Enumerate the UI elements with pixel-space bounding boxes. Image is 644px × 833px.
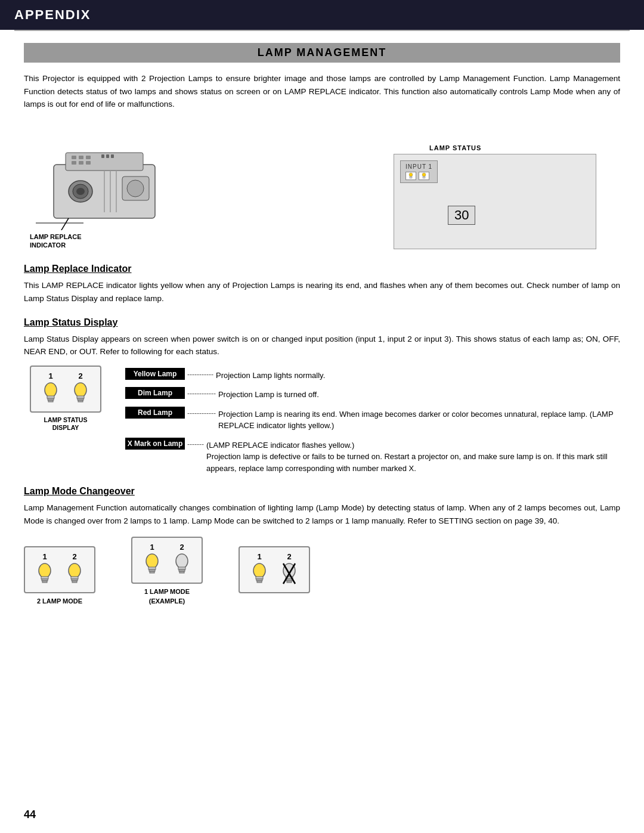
svg-rect-25 <box>423 176 425 178</box>
svg-point-24 <box>422 173 426 176</box>
one-lamp-icon-2-x: 2 <box>277 552 302 587</box>
lamp-icon-1: 1 <box>38 371 63 407</box>
status-item-yellow: Yellow Lamp ----------- Projection Lamp … <box>125 368 620 382</box>
svg-rect-35 <box>41 577 48 579</box>
xmark-lamp-desc: (LAMP REPLACE indicator flashes yellow.)… <box>206 438 620 475</box>
lamp-mode-title: Lamp Mode Changeover <box>24 486 620 497</box>
svg-point-13 <box>76 188 85 195</box>
svg-point-18 <box>127 180 144 197</box>
lamp-replace-label: LAMP REPLACEINDICATOR <box>30 233 82 250</box>
svg-rect-8 <box>101 154 104 158</box>
svg-point-34 <box>39 563 51 578</box>
svg-point-22 <box>409 173 413 176</box>
svg-rect-27 <box>47 396 54 398</box>
svg-rect-10 <box>111 154 114 158</box>
lamp-bulb-1-svg <box>40 382 61 407</box>
svg-rect-51 <box>256 577 263 579</box>
dim-lamp-desc: Projection Lamp is turned off. <box>218 387 319 401</box>
dim-lamp-dashes: ------------ <box>185 387 218 398</box>
svg-rect-4 <box>86 156 91 159</box>
svg-rect-6 <box>79 161 83 165</box>
svg-rect-33 <box>78 400 83 402</box>
lamp-mode-figures: 1 2 <box>24 537 620 606</box>
status-item-xmark: X Mark on Lamp ------- (LAMP REPLACE ind… <box>125 438 620 475</box>
one-lamp-caption: 1 LAMP MODE(Example) <box>144 587 190 606</box>
status-item-red: Red Lamp ------------ Projection Lamp is… <box>125 407 620 432</box>
lamp-icon-2: 2 <box>68 371 93 407</box>
svg-rect-2 <box>72 156 76 159</box>
two-lamp-icon-1: 1 <box>32 552 57 587</box>
one-lamp-mode-figure-a: 1 2 <box>131 537 203 606</box>
svg-rect-7 <box>86 161 91 165</box>
lamp-status-title: Lamp Status Display <box>24 317 620 328</box>
xmark-lamp-dashes: ------- <box>185 438 206 448</box>
two-lamp-box: 1 2 <box>24 546 95 593</box>
intro-text: This Projector is equipped with 2 Projec… <box>24 72 620 111</box>
screen-input-label: INPUT 1 <box>405 163 432 170</box>
svg-point-30 <box>75 383 86 397</box>
lamp-icon-small-2 <box>419 172 429 180</box>
screen-lamp-icons <box>405 172 429 180</box>
lamp-bulb-2-svg <box>70 382 91 407</box>
lamp-status-text: Lamp Status Display appears on screen wh… <box>24 333 620 358</box>
one-lamp-x-caption <box>273 597 275 606</box>
svg-rect-31 <box>77 396 84 398</box>
lamp-display-figure: 1 2 <box>24 366 107 475</box>
yellow-lamp-dashes: ----------- <box>185 368 216 379</box>
screen-box: INPUT 1 30 <box>394 154 596 249</box>
svg-rect-5 <box>72 161 76 165</box>
header-title: APPENDIX <box>14 7 91 23</box>
svg-rect-39 <box>71 577 78 579</box>
svg-point-38 <box>69 563 80 578</box>
two-lamp-mode-figure: 1 2 <box>24 546 95 606</box>
lamp-replace-title: Lamp Replace Indicator <box>24 264 620 274</box>
one-lamp-bulb-1 <box>141 553 163 578</box>
two-lamp-bulb-2 <box>64 562 85 587</box>
svg-rect-53 <box>257 581 262 583</box>
red-lamp-desc: Projection Lamp is nearing its end. When… <box>218 407 620 432</box>
one-lamp-bulb-2-dim <box>171 553 193 578</box>
status-item-dim: Dim Lamp ------------ Projection Lamp is… <box>125 387 620 401</box>
yellow-lamp-label: Yellow Lamp <box>125 368 185 380</box>
one-lamp-mode-figure-b: 1 2 <box>239 546 310 606</box>
svg-point-42 <box>146 554 158 568</box>
svg-rect-45 <box>150 571 154 573</box>
one-lamp-box-b: 1 2 <box>239 546 310 593</box>
lamp-replace-text: This LAMP REPLACE indicator lights yello… <box>24 279 620 305</box>
lamp-status-label: LAMP STATUS <box>429 144 481 151</box>
svg-line-19 <box>60 218 69 230</box>
lamp-status-diagram: 1 2 <box>24 366 620 475</box>
svg-rect-29 <box>48 400 53 402</box>
projector-figure: LAMP REPLACEINDICATOR <box>24 123 179 250</box>
screen-figure: LAMP STATUS INPUT 1 30 <box>394 144 620 249</box>
svg-rect-43 <box>148 567 156 569</box>
one-lamp-icon-1b: 1 <box>247 552 272 587</box>
yellow-lamp-desc: Projection Lamp lights normally. <box>216 368 325 382</box>
one-lamp-icon-1: 1 <box>140 543 165 578</box>
red-lamp-label: Red Lamp <box>125 407 185 419</box>
svg-rect-3 <box>79 156 83 159</box>
xmark-lamp-label: X Mark on Lamp <box>125 438 185 450</box>
two-lamp-bulb-1 <box>34 562 55 587</box>
lamp-mode-text: Lamp Management Function automatically c… <box>24 501 620 527</box>
one-lamp-bulb-2-x <box>278 562 300 587</box>
lamp-status-section: Lamp Status Display Lamp Status Display … <box>24 317 620 475</box>
section-title: LAMP MANAGEMENT <box>258 47 387 58</box>
two-lamp-icon-2: 2 <box>62 552 87 587</box>
svg-point-26 <box>45 383 57 397</box>
dim-lamp-label: Dim Lamp <box>125 387 185 399</box>
lamp-display-box: 1 2 <box>30 366 101 413</box>
svg-rect-37 <box>42 581 47 583</box>
svg-rect-49 <box>179 571 184 573</box>
section-title-bar: LAMP MANAGEMENT <box>24 43 620 63</box>
svg-point-50 <box>253 563 265 578</box>
svg-rect-9 <box>106 154 109 158</box>
red-lamp-dashes: ------------ <box>185 407 218 417</box>
svg-rect-57 <box>287 581 292 583</box>
lamp-display-caption: LAMP STATUSDISPLAY <box>44 416 88 432</box>
one-lamp-box-a: 1 2 <box>131 537 203 584</box>
page-number: 44 <box>24 809 36 821</box>
screen-inner: INPUT 1 <box>400 160 438 183</box>
screen-number: 30 <box>448 206 475 225</box>
svg-rect-47 <box>178 567 185 569</box>
